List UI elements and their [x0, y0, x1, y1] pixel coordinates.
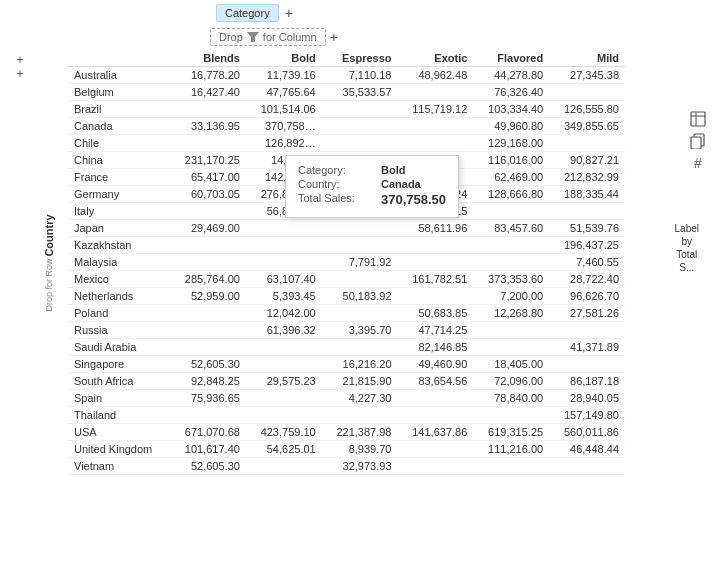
data-cell — [322, 220, 398, 237]
data-cell: 671,070.68 — [170, 424, 246, 441]
data-cell — [398, 390, 474, 407]
table-container[interactable]: Blends Bold Espresso Exotic Flavored Mil… — [68, 50, 625, 475]
data-cell — [398, 288, 474, 305]
data-cell: 90,827.21 — [549, 152, 625, 169]
data-cell: 101,617.40 — [170, 441, 246, 458]
data-tooltip: Category: Bold Country: Canada Total Sal… — [285, 155, 459, 218]
category-pill[interactable]: Category — [216, 4, 279, 22]
data-cell — [246, 390, 322, 407]
data-cell: 157,149.80 — [549, 407, 625, 424]
data-cell — [473, 237, 549, 254]
col-header-flavored: Flavored — [473, 50, 549, 67]
col-header-blends: Blends — [170, 50, 246, 67]
left-label-area: + + Drop for Row Country — [0, 50, 40, 475]
drop-label: Drop — [219, 31, 243, 43]
data-cell: 47,765.64 — [246, 84, 322, 101]
country-label: Country — [43, 214, 55, 256]
add-row-bottom-button[interactable]: + — [16, 68, 23, 80]
data-cell — [322, 118, 398, 135]
data-cell: 32,973.93 — [322, 458, 398, 475]
right-label: Label by Total S... — [675, 222, 699, 274]
data-cell: 49,460.90 — [398, 356, 474, 373]
data-cell — [246, 237, 322, 254]
data-cell: 21,815.90 — [322, 373, 398, 390]
table-row: Malaysia7,791.927,460.55 — [68, 254, 625, 271]
data-cell: 75,936.65 — [170, 390, 246, 407]
data-cell — [170, 305, 246, 322]
data-cell: 54,625.01 — [246, 441, 322, 458]
row-label-cell: China — [68, 152, 170, 169]
tooltip-category-value: Bold — [381, 164, 405, 176]
add-category-button[interactable]: + — [285, 5, 293, 21]
data-cell — [246, 407, 322, 424]
data-cell — [246, 458, 322, 475]
tooltip-country-row: Country: Canada — [298, 178, 446, 190]
col-header-espresso: Espresso — [322, 50, 398, 67]
data-cell: 221,387.98 — [322, 424, 398, 441]
copy-icon[interactable] — [689, 132, 707, 150]
drop-column-zone[interactable]: Drop for Column — [210, 28, 326, 46]
row-label-cell: Spain — [68, 390, 170, 407]
data-cell: 349,855.65 — [549, 118, 625, 135]
svg-rect-1 — [691, 112, 705, 126]
data-cell — [549, 84, 625, 101]
data-cell: 7,110.18 — [322, 67, 398, 84]
table-icon[interactable] — [689, 110, 707, 128]
data-cell: 41,371.89 — [549, 339, 625, 356]
data-cell — [398, 441, 474, 458]
row-label-cell: Mexico — [68, 271, 170, 288]
data-cell: 285,764.00 — [170, 271, 246, 288]
data-cell — [322, 407, 398, 424]
data-cell: 111,216.00 — [473, 441, 549, 458]
data-cell: 7,460.55 — [549, 254, 625, 271]
top-bar: Category + — [0, 0, 715, 26]
add-row-top-button[interactable]: + — [16, 54, 23, 66]
data-cell — [549, 458, 625, 475]
data-cell — [246, 254, 322, 271]
data-cell: 161,782.51 — [398, 271, 474, 288]
table-row: Netherlands52,959.005,393.4550,183.927,2… — [68, 288, 625, 305]
table-row: Mexico285,764.0063,107.40161,782.51373,3… — [68, 271, 625, 288]
tooltip-sales-key: Total Sales: — [298, 192, 373, 207]
tooltip-sales-row: Total Sales: 370,758.50 — [298, 192, 446, 207]
table-row: Brazil101,514.06115,719.12103,334.40126,… — [68, 101, 625, 118]
data-cell — [170, 254, 246, 271]
data-cell: 52,605.30 — [170, 458, 246, 475]
data-cell: 29,469.00 — [170, 220, 246, 237]
row-label-cell: Malaysia — [68, 254, 170, 271]
hash-icon[interactable]: # — [689, 154, 707, 172]
row-label-cell: Belgium — [68, 84, 170, 101]
data-cell — [322, 271, 398, 288]
data-cell: 50,683.85 — [398, 305, 474, 322]
data-cell: 50,183.92 — [322, 288, 398, 305]
table-header-row: Blends Bold Espresso Exotic Flavored Mil… — [68, 50, 625, 67]
data-cell: 83,457.60 — [473, 220, 549, 237]
add-drop-column-button[interactable]: + — [330, 29, 338, 45]
data-cell — [473, 339, 549, 356]
data-cell — [398, 407, 474, 424]
data-cell: 12,042.00 — [246, 305, 322, 322]
data-cell: 62,469.00 — [473, 169, 549, 186]
data-cell — [473, 322, 549, 339]
for-column-label: for Column — [263, 31, 317, 43]
data-cell: 11,739.16 — [246, 67, 322, 84]
data-cell: 61,396.32 — [246, 322, 322, 339]
data-cell — [473, 254, 549, 271]
tooltip-category-key: Category: — [298, 164, 373, 176]
data-cell: 65,417.00 — [170, 169, 246, 186]
drop-row-label: Drop for Row — [44, 258, 54, 311]
row-label-cell: South Africa — [68, 373, 170, 390]
row-label-cell: United Kingdom — [68, 441, 170, 458]
data-cell: 78,840.00 — [473, 390, 549, 407]
data-cell — [549, 322, 625, 339]
row-label-header — [68, 50, 170, 67]
data-cell: 28,940.05 — [549, 390, 625, 407]
svg-rect-5 — [691, 137, 701, 149]
data-cell — [322, 339, 398, 356]
row-label-cell: Thailand — [68, 407, 170, 424]
tooltip-country-value: Canada — [381, 178, 421, 190]
table-row: Singapore52,605.3016,216.2049,460.9018,4… — [68, 356, 625, 373]
filter-icon — [247, 32, 259, 42]
data-cell: 7,791.92 — [322, 254, 398, 271]
svg-marker-0 — [247, 32, 259, 42]
